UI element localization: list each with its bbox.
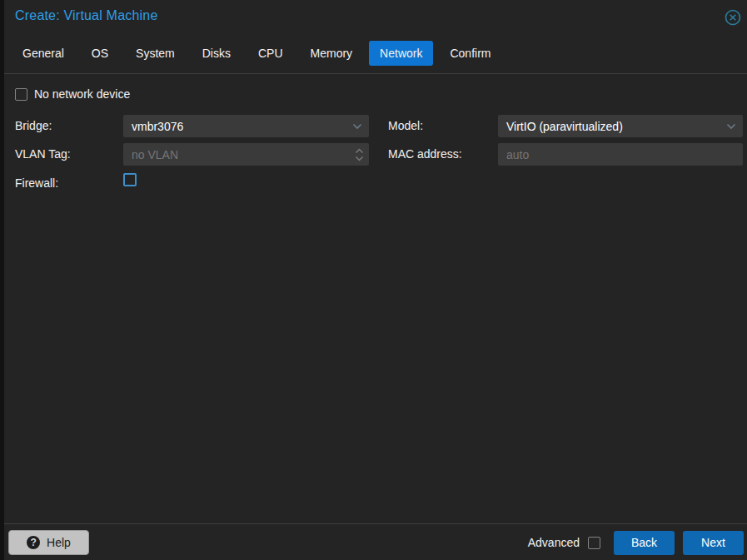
next-button[interactable]: Next bbox=[683, 531, 744, 555]
close-icon bbox=[725, 9, 741, 26]
bridge-value: vmbr3076 bbox=[132, 120, 183, 133]
back-button[interactable]: Back bbox=[614, 531, 675, 555]
footer-actions: Advanced Back Next bbox=[528, 530, 744, 555]
tab-disks[interactable]: Disks bbox=[192, 41, 242, 66]
firewall-checkbox[interactable] bbox=[123, 173, 137, 186]
vlan-input[interactable] bbox=[123, 143, 349, 166]
mac-address-field bbox=[498, 143, 743, 166]
bridge-label: Bridge: bbox=[15, 119, 52, 132]
tab-memory[interactable]: Memory bbox=[300, 41, 364, 66]
dialog-title: Create: Virtual Machine bbox=[15, 8, 158, 23]
firewall-label: Firewall: bbox=[15, 176, 58, 190]
tab-cpu[interactable]: CPU bbox=[247, 41, 294, 66]
chevron-down-icon bbox=[726, 123, 736, 130]
model-label: Model: bbox=[388, 119, 423, 132]
no-network-device-row[interactable]: No network device bbox=[15, 87, 130, 101]
vlan-field bbox=[123, 143, 369, 166]
vlan-spinner[interactable] bbox=[349, 143, 369, 166]
tabbar-divider bbox=[4, 73, 747, 74]
create-vm-dialog: Create: Virtual Machine General OS Syste… bbox=[4, 0, 747, 560]
mac-address-label: MAC address: bbox=[388, 147, 462, 161]
tab-general[interactable]: General bbox=[12, 41, 75, 66]
tab-network[interactable]: Network bbox=[369, 41, 433, 66]
help-icon: ? bbox=[27, 536, 40, 549]
model-value: VirtIO (paravirtualized) bbox=[506, 120, 623, 133]
help-button[interactable]: ? Help bbox=[8, 530, 89, 555]
bridge-combobox[interactable]: vmbr3076 bbox=[123, 115, 369, 137]
no-network-device-checkbox[interactable] bbox=[15, 88, 27, 101]
spinner-down-icon bbox=[355, 156, 364, 161]
help-button-label: Help bbox=[47, 536, 71, 549]
spinner-up-icon bbox=[355, 148, 364, 154]
tab-bar: General OS System Disks CPU Memory Netwo… bbox=[12, 41, 501, 66]
tab-confirm[interactable]: Confirm bbox=[439, 41, 501, 66]
footer-divider bbox=[4, 523, 747, 524]
no-network-device-label: No network device bbox=[34, 87, 130, 101]
advanced-label: Advanced bbox=[528, 536, 580, 549]
chevron-down-icon bbox=[352, 123, 362, 130]
tab-system[interactable]: System bbox=[125, 41, 186, 66]
advanced-checkbox[interactable] bbox=[588, 537, 600, 549]
model-combobox[interactable]: VirtIO (paravirtualized) bbox=[498, 115, 743, 137]
close-button[interactable] bbox=[724, 8, 742, 27]
mac-address-input[interactable] bbox=[498, 143, 743, 166]
tab-os[interactable]: OS bbox=[81, 41, 119, 66]
vlan-label: VLAN Tag: bbox=[15, 147, 71, 161]
